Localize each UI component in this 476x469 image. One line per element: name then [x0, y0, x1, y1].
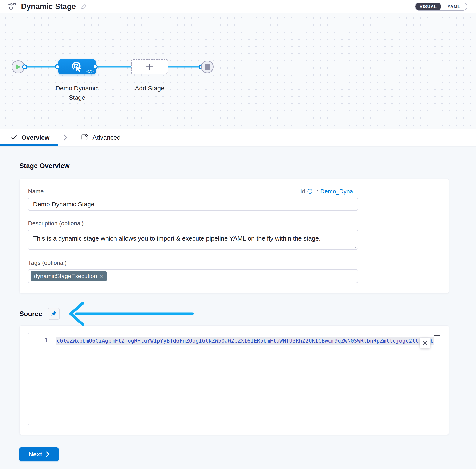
pushpin-icon [51, 311, 57, 317]
tab-advanced[interactable]: Advanced [81, 134, 120, 141]
pin-source-button[interactable] [48, 308, 60, 320]
page-title: Dynamic Stage [21, 2, 76, 11]
next-button-label: Next [28, 451, 42, 458]
toggle-visual[interactable]: VISUAL [415, 2, 441, 11]
description-value: This is a dynamic stage which allows you… [33, 235, 321, 242]
code-glyph: </> [86, 69, 94, 74]
add-stage-label: Add Stage [125, 84, 174, 93]
name-label: Name [28, 188, 44, 195]
plus-icon [145, 62, 154, 71]
stage-tabs: Overview Advanced [0, 129, 476, 146]
tab-overview-label: Overview [21, 134, 50, 141]
tag-chip: dynamicStageExecution × [31, 271, 107, 281]
visual-yaml-toggle: VISUAL YAML [415, 2, 467, 11]
advanced-settings-icon [81, 134, 88, 141]
pipeline-stages-icon [8, 3, 17, 10]
source-section-header: Source [19, 308, 476, 320]
tags-label: Tags (optional) [28, 259, 67, 266]
expand-fullscreen-icon [422, 340, 428, 346]
toggle-yaml[interactable]: YAML [441, 2, 467, 11]
stage-node-demo-dynamic-stage[interactable]: </> [58, 59, 96, 74]
header: Dynamic Stage VISUAL YAML [0, 0, 476, 13]
name-input[interactable] [28, 198, 358, 211]
description-textarea[interactable]: This is a dynamic stage which allows you… [28, 230, 358, 250]
resize-handle-icon[interactable] [353, 245, 357, 248]
connector-port [93, 64, 98, 69]
stage-id-row: Id : Demo_Dyna... [300, 188, 358, 195]
check-icon [11, 134, 17, 141]
editor-scrollbar-thumb[interactable] [434, 335, 440, 336]
play-icon [15, 64, 21, 70]
annotation-arrow [67, 301, 194, 327]
stage-overview-panel: Stage Overview Name Id : Demo_Dyna... De… [0, 162, 476, 461]
id-label: Id [300, 188, 305, 195]
code-text: cGlwZWxpbmU6CiAgbmFtZTogRHluYW1pYyBTdGFn… [57, 338, 418, 344]
tag-chip-label: dynamicStageExecution [34, 273, 97, 279]
pipeline-canvas[interactable]: </> Demo Dynamic Stage Add Stage [0, 13, 476, 129]
active-tab-underline [0, 145, 58, 146]
code-line: cGlwZWxpbmU6CiAgbmFtZTogRHluYW1pYyBTdGFn… [56, 337, 434, 345]
expand-editor-button[interactable] [420, 338, 430, 348]
stage-node-label: Demo Dynamic Stage [53, 84, 101, 102]
source-card: 1 cGlwZWxpbmU6CiAgbmFtZTogRHluYW1pYyBTdG… [19, 325, 449, 435]
next-button[interactable]: Next [19, 447, 58, 461]
dynamic-stage-icon [71, 61, 83, 73]
tags-input[interactable]: dynamicStageExecution × [28, 269, 358, 283]
info-icon[interactable] [307, 189, 313, 194]
connector-port [22, 64, 27, 69]
stop-icon [204, 64, 210, 70]
yaml-source-editor[interactable]: 1 cGlwZWxpbmU6CiAgbmFtZTogRHluYW1pYyBTdG… [28, 333, 441, 425]
add-stage-button[interactable] [131, 59, 168, 74]
tab-advanced-label: Advanced [92, 134, 120, 141]
tab-overview[interactable]: Overview [11, 134, 50, 141]
chevron-right-icon [46, 451, 50, 457]
connector-port [55, 64, 60, 69]
pipeline-end-node [201, 61, 214, 73]
stage-overview-heading: Stage Overview [19, 162, 476, 170]
line-number: 1 [28, 337, 48, 344]
chevron-right-icon [63, 134, 68, 141]
stage-overview-card: Name Id : Demo_Dyna... Description (opti… [19, 178, 449, 293]
editor-scrollbar-track [434, 337, 434, 369]
id-separator: : [317, 188, 318, 195]
stage-id-value[interactable]: Demo_Dyna... [320, 188, 358, 195]
source-heading: Source [19, 310, 42, 318]
edit-title-pencil-icon[interactable] [81, 3, 87, 10]
description-label: Description (optional) [28, 220, 84, 226]
remove-tag-icon[interactable]: × [100, 273, 103, 279]
